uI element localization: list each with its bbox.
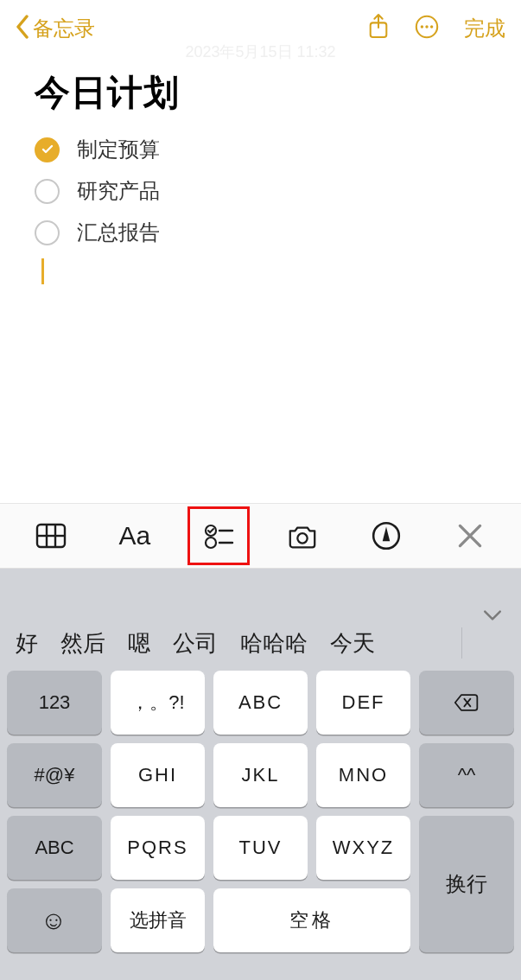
back-button[interactable]: 备忘录 bbox=[16, 13, 95, 44]
suggestion[interactable]: 今天 bbox=[330, 628, 375, 659]
markup-button[interactable] bbox=[360, 512, 412, 560]
key-symbols[interactable]: #@¥ bbox=[7, 743, 102, 807]
key-jkl[interactable]: JKL bbox=[213, 743, 308, 807]
key-ghi[interactable]: GHI bbox=[111, 743, 205, 807]
key-123[interactable]: 123 bbox=[7, 671, 102, 735]
suggestion[interactable]: 嗯 bbox=[128, 628, 150, 659]
key-space[interactable]: 空格 bbox=[213, 888, 410, 952]
svg-point-11 bbox=[206, 538, 216, 548]
suggestion[interactable]: 好 bbox=[16, 628, 38, 659]
key-pqrs[interactable]: PQRS bbox=[111, 816, 205, 880]
checklist-item-text: 研究产品 bbox=[77, 177, 160, 205]
checklist-button[interactable] bbox=[193, 512, 245, 560]
key-select-pinyin[interactable]: 选拼音 bbox=[111, 888, 205, 952]
key-abc-mode[interactable]: ABC bbox=[7, 816, 102, 880]
back-label: 备忘录 bbox=[33, 15, 95, 42]
suggestion[interactable]: 哈哈哈 bbox=[240, 628, 308, 659]
suggestion-bar: 好 然后 嗯 公司 哈哈哈 今天 bbox=[0, 569, 521, 671]
close-toolbar-button[interactable] bbox=[444, 512, 496, 560]
done-button[interactable]: 完成 bbox=[464, 15, 505, 42]
keyboard: 好 然后 嗯 公司 哈哈哈 今天 123 ，。?! ABC DEF #@¥ GH… bbox=[0, 569, 521, 980]
text-format-button[interactable]: Aa bbox=[109, 512, 161, 560]
key-delete[interactable] bbox=[419, 671, 514, 735]
text-cursor bbox=[41, 258, 44, 284]
note-title: 今日计划 bbox=[35, 69, 486, 117]
divider bbox=[461, 627, 462, 659]
svg-point-13 bbox=[297, 533, 307, 543]
more-button[interactable] bbox=[414, 14, 440, 43]
key-grid: 123 ，。?! ABC DEF #@¥ GHI JKL MNO ^^ ABC … bbox=[0, 671, 521, 959]
key-tuv[interactable]: TUV bbox=[213, 816, 308, 880]
checklist-item[interactable]: 研究产品 bbox=[35, 170, 486, 212]
svg-point-4 bbox=[430, 25, 433, 28]
checklist-item-text: 汇总报告 bbox=[77, 219, 160, 246]
empty-circle-icon[interactable] bbox=[35, 220, 60, 245]
note-body[interactable]: 今日计划 制定预算 研究产品 汇总报告 bbox=[0, 57, 521, 284]
key-def[interactable]: DEF bbox=[316, 671, 410, 735]
format-toolbar: Aa bbox=[0, 503, 521, 569]
emoji-icon: ☺ bbox=[41, 906, 69, 935]
svg-point-2 bbox=[421, 25, 423, 28]
suggestion[interactable]: 然后 bbox=[60, 628, 105, 659]
checklist-item-text: 制定预算 bbox=[77, 136, 160, 163]
key-kaomoji[interactable]: ^^ bbox=[419, 743, 514, 807]
expand-suggestions-button[interactable] bbox=[483, 601, 505, 627]
key-emoji[interactable]: ☺ bbox=[7, 888, 102, 952]
key-wxyz[interactable]: WXYZ bbox=[316, 816, 410, 880]
key-punct[interactable]: ，。?! bbox=[111, 671, 205, 735]
empty-circle-icon[interactable] bbox=[35, 179, 60, 204]
share-button[interactable] bbox=[367, 13, 390, 44]
key-return[interactable]: 换行 bbox=[419, 816, 514, 952]
suggestion[interactable]: 公司 bbox=[173, 628, 218, 659]
camera-button[interactable] bbox=[276, 512, 328, 560]
key-abc[interactable]: ABC bbox=[213, 671, 308, 735]
navigation-bar: 备忘录 2023年5月15日 11:32 完成 bbox=[0, 0, 521, 57]
key-mno[interactable]: MNO bbox=[316, 743, 410, 807]
table-button[interactable] bbox=[25, 512, 77, 560]
check-circle-icon[interactable] bbox=[35, 137, 60, 162]
checklist-item[interactable]: 汇总报告 bbox=[35, 212, 486, 253]
svg-point-3 bbox=[425, 25, 428, 28]
chevron-left-icon bbox=[16, 13, 29, 44]
checklist-item[interactable]: 制定预算 bbox=[35, 129, 486, 170]
